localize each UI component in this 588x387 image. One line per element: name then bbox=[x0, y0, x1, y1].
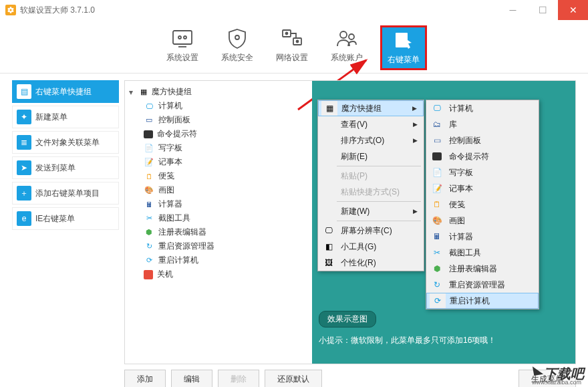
chevron-right-icon: ▶ bbox=[413, 208, 421, 215]
tree-root-label: 魔方快捷组 bbox=[152, 86, 192, 98]
restart-icon: ⟳ bbox=[430, 293, 446, 308]
ie-icon: e bbox=[17, 211, 31, 226]
close-button[interactable]: ✕ bbox=[558, 0, 588, 20]
scissors-icon: ✂ bbox=[429, 245, 445, 261]
svg-point-2 bbox=[184, 36, 186, 39]
users-icon bbox=[336, 28, 357, 49]
sm-cmd: 命令提示符 bbox=[426, 148, 539, 164]
sm-computer: 🖵计算机 bbox=[426, 100, 539, 116]
sidebar-item-shortcut-group[interactable]: ▤ 右键菜单快捷组 bbox=[12, 80, 119, 103]
tree-root[interactable]: ▾ ▦ 魔方快捷组 bbox=[125, 85, 312, 99]
cm-item-refresh: 刷新(E) bbox=[318, 148, 424, 164]
tree-item-paint[interactable]: 🎨画图 bbox=[125, 183, 312, 197]
sm-paint: 🎨画图 bbox=[426, 213, 539, 229]
sidebar-item-label: 右键菜单快捷组 bbox=[35, 86, 92, 98]
tab-context-menu[interactable]: 右键菜单 bbox=[380, 25, 427, 70]
tab-system-settings[interactable]: 系统设置 bbox=[161, 25, 204, 70]
list-icon: ▤ bbox=[17, 84, 31, 99]
watermark-triangle bbox=[533, 365, 543, 376]
add-button[interactable]: 添加 bbox=[124, 370, 166, 387]
tab-label: 系统安全 bbox=[221, 52, 253, 63]
sidebar-item-file-assoc[interactable]: ≣ 文件对象关联菜单 bbox=[12, 131, 119, 154]
sparkle-icon: ✦ bbox=[17, 110, 31, 124]
tree-item-regedit[interactable]: ⬢注册表编辑器 bbox=[125, 225, 312, 239]
sm-snip: ✂截图工具 bbox=[426, 245, 539, 261]
library-icon: 🗂 bbox=[429, 116, 445, 132]
content: ▾ ▦ 魔方快捷组 🖵计算机 ▭控制面板 命令提示符 📄写字板 📝记事本 🗒便笺… bbox=[124, 80, 576, 387]
tree-item-computer[interactable]: 🖵计算机 bbox=[125, 99, 312, 113]
tab-network-settings[interactable]: 网络设置 bbox=[271, 25, 313, 70]
sm-regedit: ⬢注册表编辑器 bbox=[426, 261, 539, 277]
network-icon bbox=[281, 28, 303, 49]
sm-control-panel: ▭控制面板 bbox=[426, 132, 539, 148]
preview-tip: 小提示：微软限制，此菜单最多只可添加16项哦！ bbox=[319, 335, 569, 346]
tree-item-cmd[interactable]: 命令提示符 bbox=[125, 127, 312, 141]
tree-item-calc[interactable]: 🖩计算器 bbox=[125, 197, 312, 211]
tree-item-sticky[interactable]: 🗒便笺 bbox=[125, 169, 312, 183]
cm-item-gadgets: ◧小工具(G) bbox=[318, 239, 424, 255]
tab-system-account[interactable]: 系统账户 bbox=[325, 25, 368, 70]
sidebar-item-ie-menu[interactable]: e IE右键菜单 bbox=[12, 207, 119, 230]
registry-icon: ⬢ bbox=[144, 227, 154, 238]
plus-icon: ＋ bbox=[17, 186, 31, 201]
gadget-icon: ◧ bbox=[321, 239, 337, 255]
cm-item-mofang: ▦魔方快捷组▶ bbox=[318, 100, 424, 116]
svg-rect-0 bbox=[173, 31, 192, 44]
toolbar: 系统设置 系统安全 网络设置 系统账户 右键菜单 bbox=[0, 20, 588, 74]
restore-button[interactable]: 还原默认 bbox=[265, 370, 322, 387]
document-icon: 📄 bbox=[144, 143, 154, 154]
tree-item-control-panel[interactable]: ▭控制面板 bbox=[125, 113, 312, 127]
monitor-icon: 🖵 bbox=[321, 223, 337, 239]
svg-point-4 bbox=[235, 35, 239, 39]
document-icon: 📄 bbox=[429, 164, 445, 180]
gear-monitor-icon bbox=[172, 28, 193, 49]
sm-library: 🗂库 bbox=[426, 116, 539, 132]
tab-label: 网络设置 bbox=[276, 52, 308, 63]
context-menu-preview: ▦魔方快捷组▶ 查看(V)▶ 排序方式(O)▶ 刷新(E) 粘贴(P) 粘贴快捷… bbox=[317, 100, 424, 271]
cm-item-personalize: 🖼个性化(R) bbox=[318, 255, 424, 271]
svg-point-7 bbox=[286, 33, 288, 35]
grid-icon: ▦ bbox=[138, 87, 149, 98]
svg-point-10 bbox=[349, 34, 354, 39]
preview-badge: 效果示意图 bbox=[319, 311, 376, 328]
sm-restart: ⟳重启计算机 bbox=[426, 293, 539, 309]
svg-point-9 bbox=[340, 31, 347, 38]
sidebar-item-label: 添加右键菜单项目 bbox=[35, 188, 100, 199]
notepad-icon: 📝 bbox=[429, 180, 445, 197]
terminal-icon bbox=[429, 148, 445, 164]
tree-item-notepad[interactable]: 📝记事本 bbox=[125, 155, 312, 169]
collapse-icon[interactable]: ▾ bbox=[129, 88, 136, 97]
sticky-icon: 🗒 bbox=[144, 171, 154, 182]
list-icon: ≣ bbox=[17, 135, 31, 150]
theme-icon: 🖼 bbox=[321, 255, 337, 271]
tab-label: 系统账户 bbox=[331, 52, 363, 63]
tree-item-restart-explorer[interactable]: ↻重启资源管理器 bbox=[125, 239, 312, 253]
tree-panel: ▾ ▦ 魔方快捷组 🖵计算机 ▭控制面板 命令提示符 📄写字板 📝记事本 🗒便笺… bbox=[125, 81, 312, 364]
cm-item-view: 查看(V)▶ bbox=[318, 116, 424, 132]
tree-item-snip[interactable]: ✂截图工具 bbox=[125, 211, 312, 225]
tree-item-restart[interactable]: ⟳重启计算机 bbox=[125, 253, 312, 267]
delete-button[interactable]: 删除 bbox=[218, 370, 259, 387]
sidebar-item-add-item[interactable]: ＋ 添加右键菜单项目 bbox=[12, 182, 119, 205]
tab-system-security[interactable]: 系统安全 bbox=[216, 25, 259, 70]
sm-notepad: 📝记事本 bbox=[426, 180, 539, 197]
sidebar-item-send-to[interactable]: ➤ 发送到菜单 bbox=[12, 156, 119, 179]
sm-restart-explorer: ↻重启资源管理器 bbox=[426, 277, 539, 293]
sidebar-item-label: 文件对象关联菜单 bbox=[35, 137, 100, 148]
refresh-icon: ↻ bbox=[144, 241, 154, 252]
bottom-bar: 添加 编辑 删除 还原默认 生成菜单 bbox=[124, 364, 576, 387]
maximize-button[interactable]: ☐ bbox=[528, 0, 558, 20]
sidebar-item-new-menu[interactable]: ✦ 新建菜单 bbox=[12, 106, 119, 128]
tree-item-shutdown[interactable]: 关机 bbox=[125, 267, 312, 281]
sidebar: ▤ 右键菜单快捷组 ✦ 新建菜单 ≣ 文件对象关联菜单 ➤ 发送到菜单 ＋ 添加… bbox=[12, 80, 119, 387]
window-buttons: ─ ☐ ✕ bbox=[498, 0, 588, 20]
app-title: 软媒设置大师 3.7.1.0 bbox=[20, 5, 95, 16]
cm-item-resolution: 🖵屏幕分辨率(C) bbox=[318, 223, 424, 239]
titlebar: 软媒设置大师 3.7.1.0 ─ ☐ ✕ bbox=[0, 0, 588, 20]
content-body: ▾ ▦ 魔方快捷组 🖵计算机 ▭控制面板 命令提示符 📄写字板 📝记事本 🗒便笺… bbox=[124, 80, 576, 364]
separator bbox=[337, 201, 421, 202]
tree-item-wordpad[interactable]: 📄写字板 bbox=[125, 141, 312, 155]
refresh-icon: ↻ bbox=[429, 277, 445, 293]
edit-button[interactable]: 编辑 bbox=[171, 370, 212, 387]
minimize-button[interactable]: ─ bbox=[498, 0, 528, 20]
